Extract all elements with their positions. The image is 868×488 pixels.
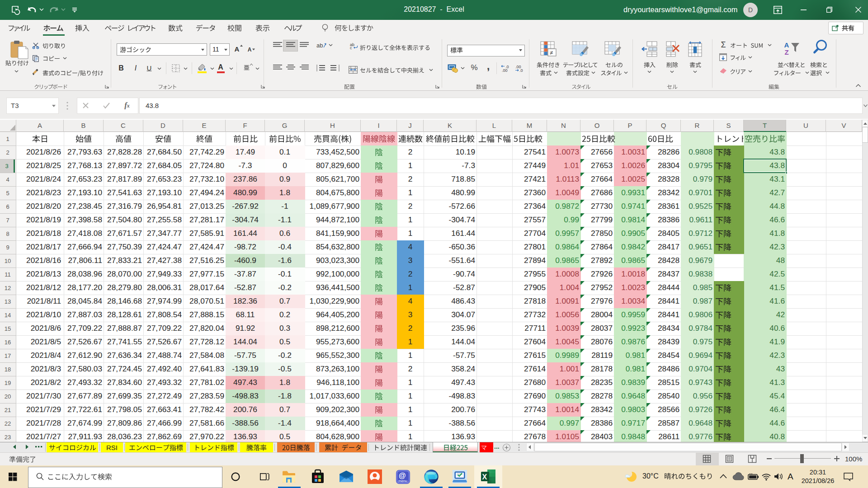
svg-text:ab: ab — [316, 42, 323, 49]
svg-text:≠: ≠ — [550, 49, 553, 56]
svg-text:X: X — [482, 473, 487, 481]
svg-text:.00: .00 — [502, 68, 508, 73]
svg-text:c: c — [350, 46, 352, 50]
svg-text:menu: menu — [398, 479, 407, 483]
svg-text:.0: .0 — [519, 68, 523, 73]
svg-text:@: @ — [399, 472, 406, 479]
